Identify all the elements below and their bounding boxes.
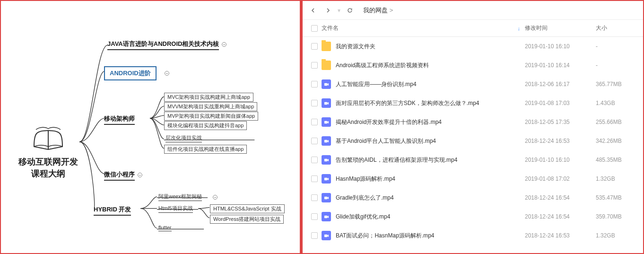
refresh-button[interactable] (344, 5, 356, 16)
branch-java[interactable]: JAVA语言进阶与ANDROID相关技术内核 (107, 40, 226, 50)
file-row[interactable]: Glide加载gif优化.mp42018-12-24 16:54359.70MB (303, 207, 643, 226)
hybrid-html5[interactable]: Html5项目实战 (158, 205, 193, 213)
arch-leaf-2[interactable]: MVP架构项目实战构建新闻自媒体app (164, 112, 258, 121)
file-date: 2018-12-05 17:35 (525, 119, 596, 125)
video-icon (322, 212, 331, 221)
table-header: 文件名↓ 修改时间 大小 (303, 20, 643, 37)
column-name-header[interactable]: 文件名↓ (322, 24, 525, 32)
row-checkbox[interactable] (311, 119, 318, 125)
file-row[interactable]: 我的资源文件夹2019-01-10 16:10- (303, 37, 643, 56)
branch-arch[interactable]: 移动架构师 (104, 114, 135, 125)
video-icon (322, 174, 331, 184)
file-date: 2019-01-10 16:14 (525, 62, 596, 69)
file-size: 342.26MB (596, 138, 638, 144)
file-size: 365.77MB (596, 81, 638, 88)
file-date: 2019-01-08 17:03 (525, 100, 596, 106)
arch-leaf-0[interactable]: MVC架构项目实战构建网上商城app (164, 93, 253, 102)
svg-rect-7 (324, 215, 327, 218)
file-name: 基于Android平台人工智能人脸识别.mp4 (336, 137, 525, 145)
video-icon (322, 117, 331, 127)
file-size: - (596, 62, 638, 69)
arch-leaf-3[interactable]: 模块化编程项目实战构建抖音app (164, 121, 247, 130)
file-size: 1.32GB (596, 175, 638, 182)
file-date: 2018-12-06 16:17 (525, 81, 596, 88)
file-name: BAT面试必问；HasnMap源码解析.mp4 (336, 232, 525, 240)
file-row[interactable]: 告别繁琐的AIDL，进程通信框架原理与实现.mp42019-01-10 16:1… (303, 150, 643, 169)
row-checkbox[interactable] (311, 232, 318, 239)
root-label: 移动互联网开发课程大纲 (15, 156, 81, 180)
svg-rect-5 (324, 177, 327, 180)
expand-icon[interactable] (213, 195, 218, 200)
file-date: 2019-01-10 16:10 (525, 157, 596, 163)
svg-rect-1 (324, 102, 327, 105)
row-checkbox[interactable] (311, 81, 318, 88)
file-row[interactable]: BAT面试必问；HasnMap源码解析.mp42018-12-24 16:531… (303, 226, 643, 245)
row-checkbox[interactable] (311, 213, 318, 220)
hybrid-weex[interactable]: 阿里weex框架揭秘 (158, 193, 202, 201)
file-list: 我的资源文件夹2019-01-10 16:10-Android高级工程师系统进阶… (303, 37, 643, 253)
file-date: 2018-12-24 16:54 (525, 213, 596, 220)
breadcrumb[interactable]: 我的网盘 > (363, 6, 393, 15)
mindmap-root[interactable]: 移动互联网开发课程大纲 (15, 124, 81, 180)
svg-rect-0 (324, 83, 327, 86)
row-checkbox[interactable] (311, 175, 318, 182)
video-icon (322, 193, 331, 202)
nav-forward-button[interactable] (322, 5, 334, 16)
arch-leaf-4[interactable]: 层次化项目实战 (165, 134, 202, 142)
row-checkbox[interactable] (311, 157, 318, 163)
file-size: 485.35MB (596, 157, 638, 163)
file-row[interactable]: HasnMap源码解析.mp42019-01-08 17:021.32GB (303, 169, 643, 188)
book-icon (31, 124, 65, 152)
row-checkbox[interactable] (311, 100, 318, 106)
row-checkbox[interactable] (311, 194, 318, 201)
file-row[interactable]: 面对应用层初不穷的第三方SDK，架构师改怎么做？.mp42019-01-08 1… (303, 94, 643, 113)
file-size: 1.43GB (596, 100, 638, 106)
file-name: 面对应用层初不穷的第三方SDK，架构师改怎么做？.mp4 (336, 99, 525, 107)
file-date: 2018-12-24 16:53 (525, 138, 596, 144)
svg-rect-2 (324, 121, 327, 123)
toolbar: ▾ 我的网盘 > (303, 1, 643, 20)
folder-icon (322, 61, 331, 70)
arch-leaf-5[interactable]: 组件化项目实战构建在线直播app (164, 145, 247, 154)
file-name: 我的资源文件夹 (336, 43, 525, 51)
expand-icon[interactable] (222, 42, 226, 47)
column-size-header[interactable]: 大小 (596, 24, 638, 32)
column-date-header[interactable]: 修改时间 (525, 24, 596, 32)
file-row[interactable]: 揭秘Android开发效率提升十倍的利器.mp42018-12-05 17:35… (303, 113, 643, 131)
row-checkbox[interactable] (311, 138, 318, 144)
row-checkbox[interactable] (311, 43, 318, 50)
branch-hybrid[interactable]: HYBRID 开发 (94, 205, 131, 216)
file-browser-panel: ▾ 我的网盘 > 文件名↓ 修改时间 大小 我的资源文件夹2019-01-10 … (303, 1, 643, 253)
file-size: - (596, 43, 638, 50)
file-name: HasnMap源码解析.mp4 (336, 175, 525, 183)
svg-rect-6 (324, 196, 327, 199)
file-row[interactable]: Gradle到底怎么了.mp42018-12-24 16:54535.47MB (303, 188, 643, 207)
hybrid-flutter[interactable]: flutter (158, 225, 172, 231)
sort-arrow-icon: ↓ (518, 26, 521, 31)
file-name: 揭秘Android开发效率提升十倍的利器.mp4 (336, 118, 525, 126)
file-size: 1.32GB (596, 232, 638, 239)
arch-leaf-1[interactable]: MVVM架构项目实战重构网上商城app (164, 102, 257, 111)
branch-wechat[interactable]: 微信小程序 (104, 170, 142, 181)
file-size: 359.70MB (596, 213, 638, 220)
html5-sub-1[interactable]: WordPress搭建网站项目实战 (210, 215, 284, 224)
file-name: Gradle到底怎么了.mp4 (336, 194, 525, 202)
nav-back-button[interactable] (307, 5, 319, 16)
toolbar-separator: ▾ (338, 7, 340, 14)
html5-sub-0[interactable]: HTML&CSS&JavaScript 实战 (210, 204, 285, 213)
branch-android[interactable]: ANDROID进阶 (104, 66, 157, 80)
expand-icon[interactable] (165, 71, 169, 76)
file-row[interactable]: 基于Android平台人工智能人脸识别.mp42018-12-24 16:533… (303, 131, 643, 150)
video-icon (322, 136, 331, 146)
file-size: 255.66MB (596, 119, 638, 125)
file-row[interactable]: Android高级工程师系统进阶视频资料2019-01-10 16:14- (303, 56, 643, 75)
select-all-checkbox[interactable] (311, 25, 318, 32)
file-date: 2018-12-24 16:54 (525, 194, 596, 201)
svg-rect-3 (324, 140, 327, 142)
expand-icon[interactable] (138, 173, 142, 177)
video-icon (322, 79, 331, 89)
row-checkbox[interactable] (311, 62, 318, 69)
file-row[interactable]: 人工智能应用——身份识别.mp42018-12-06 16:17365.77MB (303, 75, 643, 94)
file-size: 535.47MB (596, 194, 638, 201)
file-date: 2018-12-24 16:53 (525, 232, 596, 239)
